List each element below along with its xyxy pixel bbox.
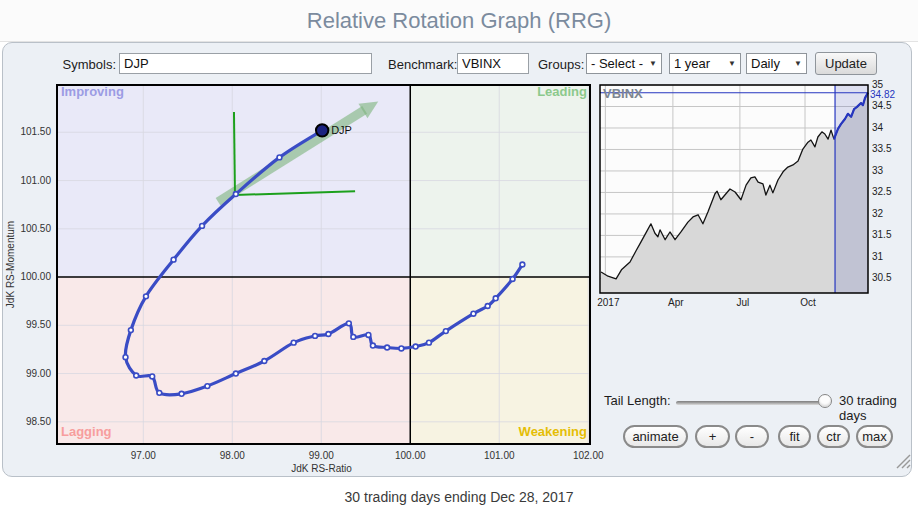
- svg-text:33: 33: [872, 165, 884, 176]
- djp-head-marker[interactable]: [316, 124, 328, 136]
- svg-text:Jul: Jul: [736, 297, 749, 308]
- svg-text:102.00: 102.00: [573, 450, 604, 461]
- svg-text:2017: 2017: [597, 297, 620, 308]
- svg-text:34.5: 34.5: [872, 100, 892, 111]
- app-header: Relative Rotation Graph (RRG): [0, 0, 918, 42]
- period-select-value: 1 year: [674, 56, 710, 71]
- page-title: Relative Rotation Graph (RRG): [0, 0, 918, 42]
- update-button[interactable]: Update: [815, 52, 877, 75]
- svg-text:Oct: Oct: [800, 297, 816, 308]
- tail-length-value: 30 trading days: [839, 393, 918, 423]
- max-button[interactable]: max: [856, 425, 893, 448]
- benchmark-chart-title: VBINX: [603, 86, 643, 101]
- svg-text:33.5: 33.5: [872, 143, 892, 154]
- svg-text:101.00: 101.00: [484, 450, 515, 461]
- status-bar: 30 trading days ending Dec 28, 2017: [0, 477, 918, 515]
- benchmark-input[interactable]: [457, 53, 529, 74]
- svg-text:32.5: 32.5: [872, 186, 892, 197]
- svg-text:98.00: 98.00: [220, 450, 245, 461]
- benchmark-price-chart: 30.53131.53232.53333.53434.5352017AprJul…: [596, 80, 918, 310]
- x-axis-title: JdK RS-Ratio: [291, 463, 352, 474]
- svg-text:30.5: 30.5: [872, 272, 892, 283]
- tail-length-slider[interactable]: [676, 401, 824, 405]
- quadrant-label-weakening: Weakening: [519, 424, 587, 439]
- tail-length-slider-thumb[interactable]: [818, 394, 832, 408]
- svg-text:34: 34: [872, 122, 884, 133]
- chevron-down-icon: ▼: [794, 59, 802, 68]
- symbols-input[interactable]: [119, 53, 372, 74]
- svg-text:100.00: 100.00: [20, 271, 51, 282]
- groups-select-value: - Select -: [591, 56, 643, 71]
- quadrant-label-lagging: Lagging: [61, 424, 112, 439]
- svg-text:101.50: 101.50: [20, 126, 51, 137]
- chevron-down-icon: ▼: [649, 59, 657, 68]
- last-price-badge: 34.82: [870, 89, 895, 100]
- svg-text:31: 31: [872, 251, 884, 262]
- symbols-label: Symbols:: [28, 57, 116, 72]
- svg-text:Apr: Apr: [668, 297, 684, 308]
- frequency-select-value: Daily: [751, 56, 780, 71]
- svg-text:99.50: 99.50: [26, 319, 51, 330]
- zoom-in-button[interactable]: +: [695, 425, 730, 448]
- groups-select[interactable]: - Select - ▼: [586, 53, 662, 74]
- quadrant-label-improving: Improving: [61, 84, 124, 99]
- quadrant-label-leading: Leading: [537, 84, 587, 99]
- center-button[interactable]: ctr: [817, 425, 850, 448]
- fit-button[interactable]: fit: [778, 425, 811, 448]
- rrg-app-window: Relative Rotation Graph (RRG) Symbols: B…: [0, 0, 918, 515]
- svg-text:100.50: 100.50: [20, 223, 51, 234]
- y-axis-title: JdK RS-Momentum: [5, 221, 16, 308]
- svg-text:32: 32: [872, 208, 884, 219]
- rrg-chart: DJP97.0098.0099.00100.00101.00102.0098.5…: [0, 80, 600, 480]
- svg-text:101.00: 101.00: [20, 175, 51, 186]
- svg-text:99.00: 99.00: [26, 368, 51, 379]
- svg-text:99.00: 99.00: [309, 450, 334, 461]
- period-select[interactable]: 1 year ▼: [669, 53, 741, 74]
- svg-text:98.50: 98.50: [26, 416, 51, 427]
- frequency-select[interactable]: Daily ▼: [746, 53, 807, 74]
- animate-button[interactable]: animate: [623, 425, 688, 448]
- svg-text:31.5: 31.5: [872, 229, 892, 240]
- groups-label: Groups:: [538, 57, 584, 72]
- resize-grip[interactable]: [894, 452, 911, 469]
- djp-head-label: DJP: [331, 124, 352, 136]
- svg-text:100.00: 100.00: [395, 450, 426, 461]
- benchmark-label: Benchmark:: [388, 57, 457, 72]
- chevron-down-icon: ▼: [728, 59, 736, 68]
- svg-text:97.00: 97.00: [131, 450, 156, 461]
- zoom-out-button[interactable]: -: [735, 425, 769, 448]
- tail-length-label: Tail Length:: [604, 393, 671, 408]
